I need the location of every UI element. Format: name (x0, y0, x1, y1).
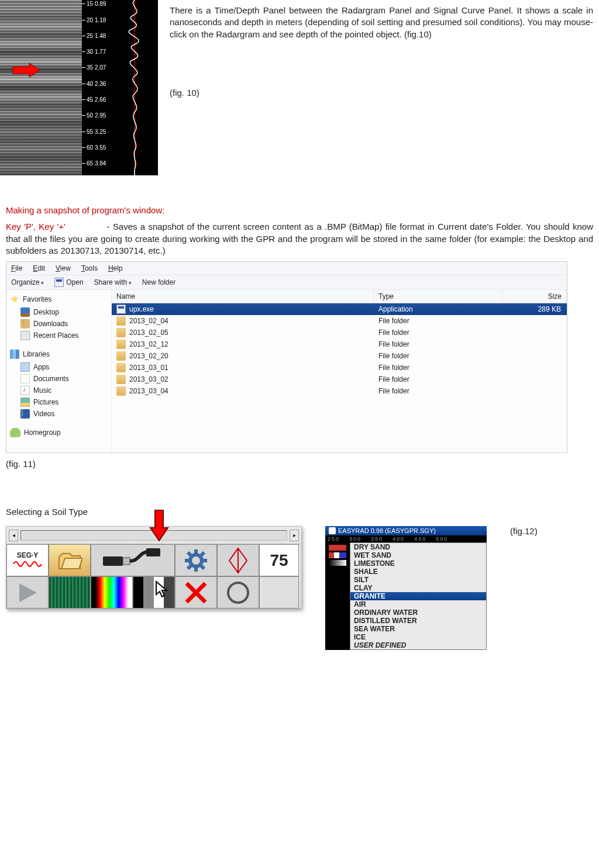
soil-option[interactable]: DRY SAND (350, 543, 486, 551)
radargram-panel[interactable] (0, 0, 82, 175)
toolbar-share[interactable]: Share with (94, 278, 132, 286)
depth-tick: 30 1.77 (82, 49, 111, 56)
fig11-caption: (fig. 11) (0, 457, 599, 471)
menu-edit[interactable]: Edit (33, 264, 45, 272)
menu-file[interactable]: File (11, 264, 22, 272)
svg-point-3 (190, 555, 202, 566)
scroll-left-button[interactable]: ◂ (9, 530, 18, 541)
marker-button[interactable] (217, 544, 259, 576)
apps-icon (20, 362, 30, 372)
radargram-preview-button[interactable] (49, 576, 91, 608)
value-display: 75 (259, 544, 299, 576)
documents-icon (20, 374, 30, 383)
soil-option[interactable]: ICE (350, 633, 486, 641)
soil-option[interactable]: CLAY (350, 584, 486, 592)
menu-view[interactable]: View (56, 264, 71, 272)
toolbar-scrollbar[interactable]: ◂ ▸ (6, 527, 301, 544)
toolbar-newfolder[interactable]: New folder (142, 278, 175, 286)
application-icon (116, 305, 126, 314)
file-row[interactable]: upx.exeApplication289 KB (112, 303, 567, 315)
red-arrow-down-indicator (149, 509, 169, 542)
soil-option[interactable]: AIR (350, 600, 486, 608)
nav-homegroup[interactable]: Homegroup (10, 428, 108, 437)
soil-option[interactable]: LIMESTONE (350, 559, 486, 568)
snapshot-heading: Making a snapshot of program's window: (6, 205, 593, 216)
soil-option[interactable]: USER DEFINED (350, 641, 486, 649)
depth-tick: 25 1.48 (82, 32, 111, 39)
file-row[interactable]: 2013_03_04File folder (112, 385, 567, 397)
file-explorer-window: File Edit View Tools Help Organize Open … (6, 261, 567, 453)
nav-videos[interactable]: Videos (10, 408, 108, 420)
file-row[interactable]: 2013_02_05File folder (112, 327, 567, 338)
soil-option[interactable]: DISTILLED WATER (350, 617, 486, 625)
play-button[interactable] (6, 576, 49, 608)
svg-point-15 (228, 583, 248, 603)
usb-connect-button[interactable] (91, 544, 175, 576)
open-icon (54, 278, 64, 287)
nav-desktop[interactable]: Desktop (10, 306, 108, 318)
toolbar-organize[interactable]: Organize (11, 278, 44, 286)
nav-favorites[interactable]: Favorites (10, 295, 108, 304)
open-folder-button[interactable] (49, 544, 91, 576)
menu-help[interactable]: Help (108, 264, 123, 272)
nav-apps[interactable]: Apps (10, 361, 108, 373)
col-header-size[interactable]: Size (502, 290, 567, 303)
toolbar-open[interactable]: Open (54, 278, 83, 287)
soil-option[interactable]: GRANITE (350, 592, 486, 600)
grayscale-palette-button[interactable] (133, 576, 175, 608)
explorer-file-list: Name Type Size upx.exeApplication289 KB2… (112, 290, 567, 452)
explorer-nav-pane: Favorites Desktop Downloads Recent Place… (6, 290, 112, 452)
scroll-right-button[interactable]: ▸ (290, 530, 299, 541)
soil-option[interactable]: ORDINARY WATER (350, 608, 486, 617)
svg-rect-2 (146, 548, 160, 556)
svg-line-10 (201, 552, 204, 555)
nav-libraries[interactable]: Libraries (10, 350, 108, 359)
snapshot-body: Key 'P', Key '+' - Saves a snapshot of t… (6, 221, 593, 257)
signal-curve-panel (111, 0, 158, 175)
waveform-icon (12, 559, 43, 569)
circle-icon (225, 580, 251, 606)
soil-option[interactable]: WET SAND (350, 551, 486, 559)
segy-button[interactable]: SEG·Y (6, 544, 49, 576)
nav-music[interactable]: Music (10, 385, 108, 396)
nav-downloads[interactable]: Downloads (10, 318, 108, 330)
explorer-menubar: File Edit View Tools Help (6, 262, 567, 275)
soil-type-list[interactable]: DRY SANDWET SANDLIMESTONESHALESILTCLAYGR… (350, 542, 487, 650)
desktop-icon (20, 307, 30, 317)
soil-left-swatches (325, 542, 350, 650)
svg-line-8 (188, 552, 191, 555)
color-palette-button[interactable] (91, 576, 133, 608)
col-header-name[interactable]: Name (112, 290, 374, 303)
file-row[interactable]: 2013_03_02File folder (112, 374, 567, 385)
record-button[interactable] (217, 576, 259, 608)
usb-cable-icon (101, 548, 165, 573)
depth-tick: 55 3.25 (82, 128, 111, 135)
delete-button[interactable] (175, 576, 217, 608)
app-toolbar-panel: ◂ ▸ SEG·Y (6, 526, 302, 609)
nav-pictures[interactable]: Pictures (10, 396, 108, 408)
music-icon (20, 386, 30, 395)
app-icon (329, 527, 336, 534)
marker-diamond-icon (228, 547, 248, 574)
folder-icon (116, 328, 126, 337)
nav-recent[interactable]: Recent Places (10, 330, 108, 341)
snapshot-keys: Key 'P', Key '+' (6, 222, 66, 231)
depth-tick: 60 3.55 (82, 144, 111, 151)
libraries-icon (10, 350, 19, 359)
soil-ruler: 250300350400450500 (325, 535, 487, 542)
menu-tools[interactable]: Tools (81, 264, 98, 272)
folder-icon (116, 363, 126, 372)
folder-icon (116, 316, 126, 326)
file-row[interactable]: 2013_02_04File folder (112, 315, 567, 327)
file-row[interactable]: 2013_02_12File folder (112, 338, 567, 350)
soil-option[interactable]: SHALE (350, 568, 486, 576)
file-row[interactable]: 2013_02_20File folder (112, 350, 567, 362)
soil-option[interactable]: SEA WATER (350, 625, 486, 633)
depth-tick: 45 2.66 (82, 96, 111, 103)
file-row[interactable]: 2013_03_01File folder (112, 362, 567, 374)
settings-button[interactable] (175, 544, 217, 576)
col-header-type[interactable]: Type (374, 290, 502, 303)
star-icon (10, 295, 19, 304)
soil-option[interactable]: SILT (350, 576, 486, 584)
nav-documents[interactable]: Documents (10, 373, 108, 385)
